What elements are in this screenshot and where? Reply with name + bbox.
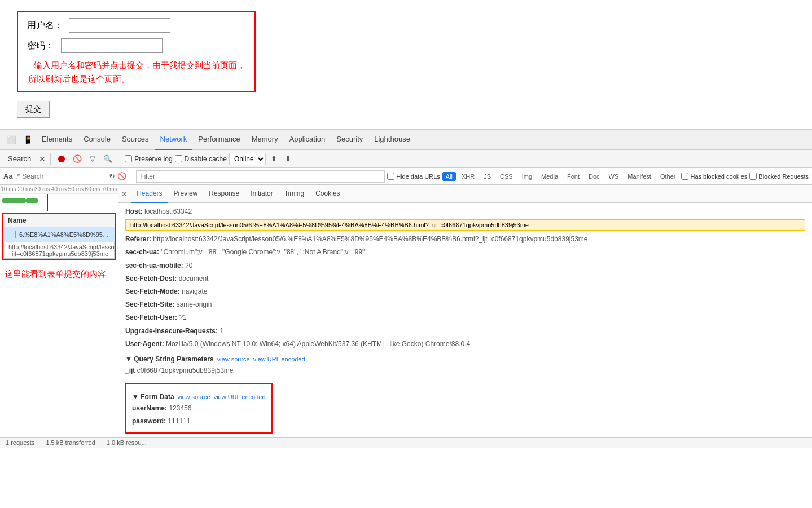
type-img[interactable]: Img <box>519 172 536 181</box>
htab-initiator[interactable]: Initiator <box>245 185 278 203</box>
import-button[interactable]: ⬆ <box>268 153 280 164</box>
reload-button[interactable]: ↻ <box>109 172 115 180</box>
url-bar: http://localhost:63342/JavaScript/lesson… <box>125 219 805 231</box>
status-requests: 1 requests <box>6 439 34 446</box>
search-tab[interactable]: Search <box>3 153 36 164</box>
username-label: 用户名： <box>27 20 63 32</box>
blocked-requests-toggle[interactable]: Blocked Requests <box>749 173 809 180</box>
search-button[interactable]: 🔍 <box>100 153 115 164</box>
tab-memory[interactable]: Memory <box>246 130 284 150</box>
clear-button[interactable]: 🚫 <box>70 153 85 164</box>
record-dot-icon <box>58 156 65 162</box>
type-doc[interactable]: Doc <box>585 172 603 181</box>
red-marker <box>47 194 48 211</box>
type-xhr[interactable]: XHR <box>458 172 478 181</box>
type-font[interactable]: Font <box>564 172 583 181</box>
header-sec-fetch-mode: Sec-Fetch-Mode: navigate <box>125 286 805 297</box>
password-label: 密码： <box>27 40 55 52</box>
view-url-encoded-1[interactable]: view URL encoded <box>253 356 305 363</box>
tab-elements[interactable]: Elements <box>36 130 78 150</box>
headers-close-button[interactable]: × <box>122 189 126 198</box>
export-button[interactable]: ⬇ <box>282 153 294 164</box>
header-sec-ch-ua: sec-ch-ua: "Chromium";v="88", "Google Ch… <box>125 247 805 258</box>
tab-network[interactable]: Network <box>155 130 193 150</box>
htab-headers[interactable]: Headers <box>131 185 168 203</box>
header-host: Host: localhost:63342 <box>125 206 805 217</box>
headers-tabs: × Headers Preview Response Initiator Tim… <box>118 185 812 203</box>
username-input[interactable] <box>69 18 170 33</box>
separator-2 <box>120 153 120 165</box>
tick-4: 40 ms <box>51 186 68 192</box>
hide-data-urls-checkbox[interactable] <box>387 173 394 180</box>
tab-performance[interactable]: Performance <box>192 130 245 150</box>
view-source-1[interactable]: view source <box>217 356 250 363</box>
form-password: password: 111111 <box>132 416 266 427</box>
password-input[interactable] <box>61 38 163 53</box>
tick-3: 30 ms <box>34 186 51 192</box>
form-username: userName: 123456 <box>132 403 266 414</box>
aa-toggle[interactable]: Aa <box>3 172 13 180</box>
blue-marker <box>51 194 51 211</box>
blocked-requests-checkbox[interactable] <box>749 173 757 180</box>
left-panel: 10 ms 20 ms 30 ms 40 ms 50 ms 60 ms 70 m… <box>0 185 118 437</box>
type-all[interactable]: All <box>442 172 456 181</box>
throttle-select[interactable]: Online <box>229 153 266 165</box>
devtools-main: 10 ms 20 ms 30 ms 40 ms 50 ms 60 ms 70 m… <box>0 185 812 437</box>
status-bar: 1 requests 1.5 kB transferred 1.0 kB res… <box>0 437 812 448</box>
inspect-icon[interactable]: ⬜ <box>3 133 20 147</box>
headers-content: Host: localhost:63342 http://localhost:6… <box>118 203 812 437</box>
record-button[interactable] <box>55 154 68 164</box>
view-url-encoded-2[interactable]: view URL encoded <box>214 394 266 400</box>
tick-1: 10 ms <box>0 186 17 192</box>
htab-preview[interactable]: Preview <box>168 185 204 203</box>
status-resources: 1.0 kB resou... <box>107 439 147 446</box>
blocked-cookies-checkbox[interactable] <box>681 173 688 180</box>
header-sec-fetch-dest: Sec-Fetch-Dest: document <box>125 273 805 284</box>
htab-response[interactable]: Response <box>203 185 245 203</box>
filter-input[interactable] <box>136 170 385 183</box>
preserve-log-checkbox[interactable] <box>125 155 132 162</box>
search-close-button[interactable]: ✕ <box>39 154 46 164</box>
timeline-bar-recv <box>26 198 38 203</box>
mobile-icon[interactable]: 📱 <box>20 133 36 147</box>
timeline-bar-wait <box>2 198 26 203</box>
header-upgrade-insecure: Upgrade-Insecure-Requests: 1 <box>125 326 805 337</box>
type-other[interactable]: Other <box>657 172 679 181</box>
type-ws[interactable]: WS <box>605 172 622 181</box>
form-data-box: ▼ Form Data view source view URL encoded… <box>125 383 273 434</box>
file-item[interactable]: 6.%E8%A1%A8%E5%8D%95%E4%BA%8B... <box>3 227 115 242</box>
tab-application[interactable]: Application <box>284 130 331 150</box>
status-transferred: 1.5 kB transferred <box>46 439 95 446</box>
disable-cache-checkbox[interactable] <box>175 155 182 162</box>
no-button[interactable]: 🚫 <box>117 172 126 180</box>
file-list-box: Name 6.%E8%A1%A8%E5%8D%95%E4%BA%8B... ht… <box>2 213 116 260</box>
htab-timing[interactable]: Timing <box>279 185 310 203</box>
tab-sources[interactable]: Sources <box>116 130 155 150</box>
type-js[interactable]: JS <box>480 172 494 181</box>
tab-console[interactable]: Console <box>78 130 116 150</box>
preserve-log-label[interactable]: Preserve log <box>125 155 172 163</box>
filter-bar: Aa .* ↻ 🚫 Hide data URLs All XHR JS CSS … <box>0 168 812 185</box>
file-list-header: Name <box>3 214 115 227</box>
type-media[interactable]: Media <box>538 172 561 181</box>
header-sec-fetch-site: Sec-Fetch-Site: same-origin <box>125 299 805 310</box>
view-source-2[interactable]: view source <box>178 394 210 400</box>
type-css[interactable]: CSS <box>497 172 516 181</box>
search-input[interactable] <box>22 173 107 180</box>
submit-button[interactable]: 提交 <box>17 101 50 118</box>
tick-6: 60 ms <box>84 186 101 192</box>
disable-cache-label[interactable]: Disable cache <box>175 155 227 163</box>
hide-data-urls-toggle[interactable]: Hide data URLs <box>387 173 440 180</box>
tick-5: 50 ms <box>67 186 84 192</box>
tick-2: 20 ms <box>17 186 34 192</box>
right-panel: × Headers Preview Response Initiator Tim… <box>118 185 812 437</box>
tab-security[interactable]: Security <box>331 130 368 150</box>
htab-cookies[interactable]: Cookies <box>310 185 345 203</box>
blocked-cookies-toggle[interactable]: Has blocked cookies <box>681 173 747 180</box>
tab-lighthouse[interactable]: Lighthouse <box>368 130 416 150</box>
filter-button[interactable]: ▽ <box>87 153 98 164</box>
regex-toggle[interactable]: .* <box>15 172 20 180</box>
type-manifest[interactable]: Manifest <box>624 172 655 181</box>
network-toolbar: Search ✕ 🚫 ▽ 🔍 Preserve log Disable cach… <box>0 150 812 168</box>
timeline-bars <box>0 194 118 211</box>
